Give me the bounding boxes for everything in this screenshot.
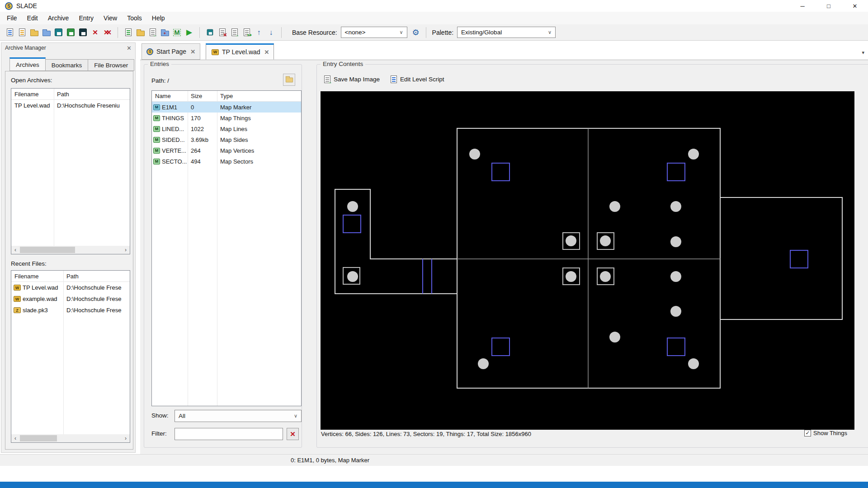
entry-size: 494 (188, 158, 217, 165)
horizontal-scrollbar[interactable]: ‹ › (11, 246, 130, 254)
menu-file[interactable]: File (2, 12, 22, 24)
delete-entry-icon[interactable]: ✕ (216, 27, 228, 38)
base-resource-dropdown[interactable]: <none> ∨ (341, 27, 407, 38)
menu-view[interactable]: View (99, 12, 122, 24)
import-directory-icon[interactable]: + (159, 27, 171, 38)
map-editor-icon[interactable]: M (171, 27, 183, 38)
scroll-right-icon[interactable]: › (122, 434, 130, 442)
open-archives-header[interactable]: Filename Path (11, 89, 130, 100)
scrollbar-thumb[interactable] (20, 435, 57, 441)
tab-bookmarks[interactable]: Bookmarks (46, 59, 89, 71)
document-tabbar: S Start Page ✕ W TP Level.wad ✕ ▾ (140, 42, 867, 60)
menu-help[interactable]: Help (147, 12, 170, 24)
minimize-button[interactable]: ─ (789, 0, 816, 12)
recent-file-row[interactable]: Z slade.pk3 D:\Hochschule Frese (11, 305, 130, 316)
base-resource-value: <none> (345, 29, 366, 36)
recent-file-row[interactable]: W example.wad D:\Hochschule Frese (11, 293, 130, 305)
open-directory-icon[interactable] (40, 27, 52, 38)
toolbar-separator (118, 27, 118, 38)
convert-entry-icon[interactable] (204, 27, 216, 38)
scroll-left-icon[interactable]: ‹ (11, 246, 19, 254)
menu-edit[interactable]: Edit (22, 12, 43, 24)
run-archive-icon[interactable]: ▶ (183, 27, 195, 38)
tab-label: TP Level.wad (222, 48, 260, 56)
import-entry-icon[interactable]: → (228, 27, 241, 38)
recent-files-label: Recent Files: (11, 260, 47, 267)
recent-file-row[interactable]: W TP Level.wad D:\Hochschule Frese (11, 282, 130, 293)
palette-dropdown[interactable]: Existing/Global ∨ (457, 27, 556, 38)
tab-start-page[interactable]: S Start Page ✕ (142, 43, 200, 60)
horizontal-scrollbar[interactable]: ‹ › (11, 434, 130, 442)
move-up-icon[interactable]: ↑ (253, 27, 265, 38)
import-files-icon[interactable]: ← (146, 27, 159, 38)
move-down-icon[interactable]: ↓ (265, 27, 277, 38)
entry-row-e1m1[interactable]: M E1M1 0 Map Marker (152, 102, 301, 113)
tab-list-dropdown-icon[interactable]: ▾ (862, 50, 864, 56)
open-archives-list[interactable]: Filename Path TP Level.wad D:\Hochschule… (11, 88, 130, 254)
column-path[interactable]: Path (63, 273, 79, 280)
entry-contents-group: Entry Contents → Save Map Image Edit Lev… (316, 64, 868, 448)
menu-tools[interactable]: Tools (122, 12, 147, 24)
panel-close-icon[interactable]: ✕ (127, 45, 132, 52)
show-dropdown[interactable]: All ∨ (175, 410, 302, 422)
column-size[interactable]: Size (188, 93, 217, 99)
new-archive-icon[interactable] (4, 27, 16, 38)
column-filename[interactable]: Filename (11, 273, 63, 280)
entry-row-sectors[interactable]: M SECTO... 494 Map Sectors (152, 156, 301, 167)
tab-close-icon[interactable]: ✕ (264, 49, 269, 56)
scrollbar-thumb[interactable] (20, 247, 75, 253)
new-entry-icon[interactable] (122, 27, 134, 38)
save-archive-icon[interactable] (52, 27, 65, 38)
menu-archive[interactable]: Archive (43, 12, 74, 24)
save-all-icon[interactable] (77, 27, 89, 38)
main-toolbar: ✕ ✕✕ ← + M ▶ ✕ → ↦ ↑ ↓ Base Resource: <n… (0, 24, 868, 41)
show-things-checkbox[interactable]: ✓ Show Things (804, 430, 847, 436)
entry-name: THINGS (162, 115, 188, 122)
save-map-image-button[interactable]: → Save Map Image (324, 74, 380, 84)
open-archive-row[interactable]: TP Level.wad D:\Hochschule Freseniu (11, 100, 130, 111)
entry-row-vertexes[interactable]: M VERTE... 264 Map Vertices (152, 145, 301, 156)
tab-archives[interactable]: Archives (9, 57, 46, 71)
column-path[interactable]: Path (54, 91, 69, 98)
chevron-down-icon: ∨ (400, 29, 403, 35)
titlebar: S SLADE ─ □ ✕ (0, 0, 868, 12)
column-filename[interactable]: Filename (11, 91, 54, 98)
recent-files-list[interactable]: Filename Path W TP Level.wad D:\Hochschu… (11, 270, 130, 443)
entries-list[interactable]: Name Size Type M E1M1 0 Map Marker M THI… (151, 90, 302, 406)
entry-row-linedefs[interactable]: M LINED... 1022 Map Lines (152, 123, 301, 134)
column-name[interactable]: Name (152, 93, 188, 99)
entries-group: Entries Path: / Name Size Type M E1M1 0 … (144, 64, 302, 448)
clear-filter-button[interactable]: ✕ (287, 428, 299, 440)
save-map-image-label: Save Map Image (334, 76, 380, 83)
checkbox-icon[interactable]: ✓ (804, 430, 811, 436)
scroll-right-icon[interactable]: › (122, 246, 130, 254)
open-archive-icon[interactable] (16, 27, 28, 38)
recent-path: D:\Hochschule Frese (63, 307, 130, 314)
tab-file-browser[interactable]: File Browser (88, 59, 134, 71)
close-archive-icon[interactable]: ✕ (89, 27, 101, 38)
open-folder-icon[interactable] (28, 27, 40, 38)
filter-input[interactable] (175, 428, 283, 440)
scroll-left-icon[interactable]: ‹ (11, 434, 19, 442)
archive-filename: TP Level.wad (11, 102, 54, 109)
map-canvas[interactable] (321, 91, 854, 430)
tab-tp-level-wad[interactable]: W TP Level.wad ✕ (206, 43, 274, 60)
maximize-button[interactable]: □ (816, 0, 842, 12)
new-directory-icon[interactable] (134, 27, 146, 38)
menu-entry[interactable]: Entry (74, 12, 99, 24)
base-resource-settings-icon[interactable]: ⚙ (410, 27, 422, 38)
up-directory-button[interactable] (283, 74, 295, 86)
export-entry-icon[interactable]: ↦ (241, 27, 253, 38)
recent-files-header[interactable]: Filename Path (11, 271, 130, 282)
entry-row-things[interactable]: M THINGS 170 Map Things (152, 113, 301, 123)
entries-header[interactable]: Name Size Type (152, 91, 301, 102)
tab-close-icon[interactable]: ✕ (190, 48, 195, 55)
close-all-icon[interactable]: ✕✕ (101, 27, 113, 38)
entry-size: 170 (188, 115, 217, 122)
column-type[interactable]: Type (217, 93, 301, 99)
entry-row-sidedefs[interactable]: M SIDED... 3.69kb Map Sides (152, 134, 301, 145)
base-resource-label: Base Resource: (292, 29, 337, 36)
save-archive-as-icon[interactable] (65, 27, 77, 38)
close-button[interactable]: ✕ (842, 0, 868, 12)
edit-level-script-button[interactable]: Edit Level Script (391, 74, 444, 84)
